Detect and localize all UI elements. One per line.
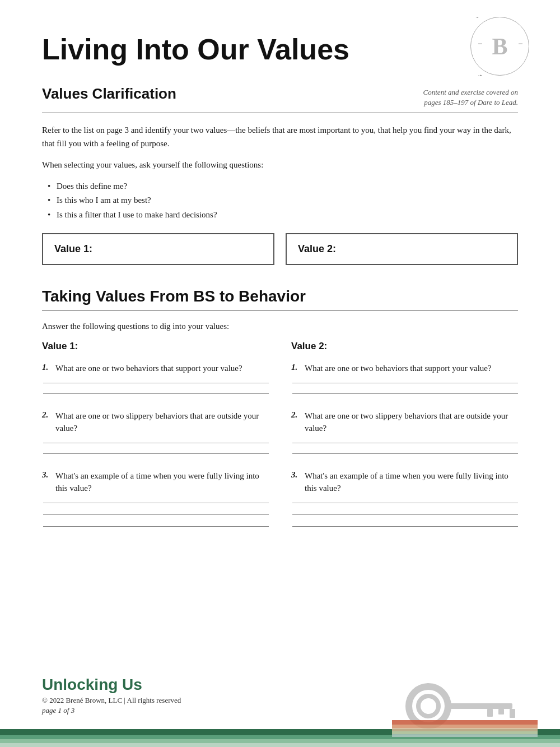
col2-q2-num: 2. (291, 410, 301, 435)
answer-line (43, 526, 269, 527)
section1-title: Values Clarification (42, 85, 176, 103)
answer-line (292, 503, 518, 503)
section-values-clarification: Values Clarification Content and exercis… (42, 85, 518, 265)
answer-line (292, 453, 518, 454)
answer-line (292, 393, 518, 394)
section1-subtext: When selecting your values, ask yourself… (42, 158, 518, 171)
col1-q1: 1. What are one or two behaviors that su… (42, 362, 269, 394)
section-behavior: Taking Values From BS to Behavior Answer… (42, 287, 518, 542)
key-illustration (392, 681, 538, 737)
col1-q2-text: What are one or two slippery behaviors t… (55, 410, 269, 435)
col1-q3: 3. What's an example of a time when you … (42, 470, 269, 527)
col1-q2: 2. What are one or two slippery behavior… (42, 410, 269, 454)
section1-intro: Refer to the list on page 3 and identify… (42, 123, 518, 150)
col1: Value 1: 1. What are one or two behavior… (42, 341, 269, 542)
col2-title: Value 2: (291, 341, 518, 352)
svg-point-9 (418, 696, 438, 716)
answer-line (43, 393, 269, 394)
answer-line (43, 443, 269, 443)
col1-q1-lines (42, 383, 269, 394)
badge-circle: RESEARCHER STORYTELLER B (470, 17, 529, 76)
col1-q2-num: 2. (42, 410, 52, 435)
section2-title: Taking Values From BS to Behavior (42, 287, 306, 305)
answer-line (292, 443, 518, 443)
answer-line (43, 503, 269, 503)
badge-letter: B (492, 35, 507, 58)
col2-q1-lines (291, 383, 518, 394)
col2-q1-row: 1. What are one or two behaviors that su… (291, 362, 518, 375)
col1-title: Value 1: (42, 341, 269, 352)
col1-q1-row: 1. What are one or two behaviors that su… (42, 362, 269, 375)
bullet-item-2: Is this who I am at my best? (48, 193, 518, 208)
svg-rect-17 (392, 731, 538, 734)
svg-rect-18 (392, 734, 538, 737)
col1-q3-text: What's an example of a time when you wer… (55, 470, 269, 495)
answer-line (292, 383, 518, 383)
svg-point-8 (409, 686, 448, 726)
col2-q3-text: What's an example of a time when you wer… (305, 470, 518, 495)
col1-q3-lines (42, 503, 269, 527)
col1-q3-row: 3. What's an example of a time when you … (42, 470, 269, 495)
col2-q2: 2. What are one or two slippery behavior… (291, 410, 518, 454)
col2-q3: 3. What's an example of a time when you … (291, 470, 518, 527)
col1-q3-num: 3. (42, 470, 52, 495)
col1-q2-lines (42, 443, 269, 454)
bullet-list: Does this define me? Is this who I am at… (48, 179, 518, 222)
bullet-item-1: Does this define me? (48, 179, 518, 194)
svg-rect-13 (510, 709, 515, 718)
section1-header: Values Clarification Content and exercis… (42, 85, 518, 113)
svg-text:RESEARCHER: RESEARCHER (474, 17, 517, 18)
svg-rect-6 (0, 739, 560, 743)
col2-q2-lines (291, 443, 518, 454)
svg-rect-7 (0, 743, 560, 747)
svg-rect-10 (445, 703, 512, 709)
svg-rect-14 (392, 720, 538, 725)
answer-line (43, 383, 269, 383)
col1-q1-text: What are one or two behaviors that suppo… (55, 362, 242, 375)
col2-q2-row: 2. What are one or two slippery behavior… (291, 410, 518, 435)
page: RESEARCHER STORYTELLER B Living Into Our… (0, 0, 560, 747)
col2-q1-text: What are one or two behaviors that suppo… (305, 362, 492, 375)
answer-line (43, 514, 269, 515)
page-title: Living Into Our Values (42, 34, 518, 66)
section1-note: Content and exercise covered on pages 18… (423, 85, 518, 108)
col2-q3-lines (291, 503, 518, 527)
section2-header: Taking Values From BS to Behavior (42, 287, 518, 310)
col2-q2-text: What are one or two slippery behaviors t… (305, 410, 518, 435)
col2-q1-num: 1. (291, 362, 301, 375)
value2-box[interactable]: Value 2: (286, 233, 518, 265)
svg-text:STORYTELLER: STORYTELLER (477, 74, 515, 76)
answer-line (43, 453, 269, 454)
col1-q1-num: 1. (42, 362, 52, 375)
col2-q3-num: 3. (291, 470, 301, 495)
logo-badge: RESEARCHER STORYTELLER B (470, 17, 529, 76)
value-boxes: Value 1: Value 2: (42, 233, 518, 265)
col2-q3-row: 3. What's an example of a time when you … (291, 470, 518, 495)
two-col-layout: Value 1: 1. What are one or two behavior… (42, 341, 518, 542)
col2: Value 2: 1. What are one or two behavior… (291, 341, 518, 542)
svg-rect-12 (498, 709, 504, 714)
answer-line (292, 514, 518, 515)
col1-q2-row: 2. What are one or two slippery behavior… (42, 410, 269, 435)
col2-q1: 1. What are one or two behaviors that su… (291, 362, 518, 394)
value1-box[interactable]: Value 1: (42, 233, 274, 265)
svg-rect-16 (392, 728, 538, 731)
section2-intro: Answer the following questions to dig in… (42, 319, 518, 333)
footer: Unlocking Us © 2022 Brené Brown, LLC | A… (0, 666, 560, 747)
svg-rect-15 (392, 725, 538, 728)
bullet-item-3: Is this a filter that I use to make hard… (48, 208, 518, 222)
svg-rect-11 (487, 709, 493, 717)
answer-line (292, 526, 518, 527)
